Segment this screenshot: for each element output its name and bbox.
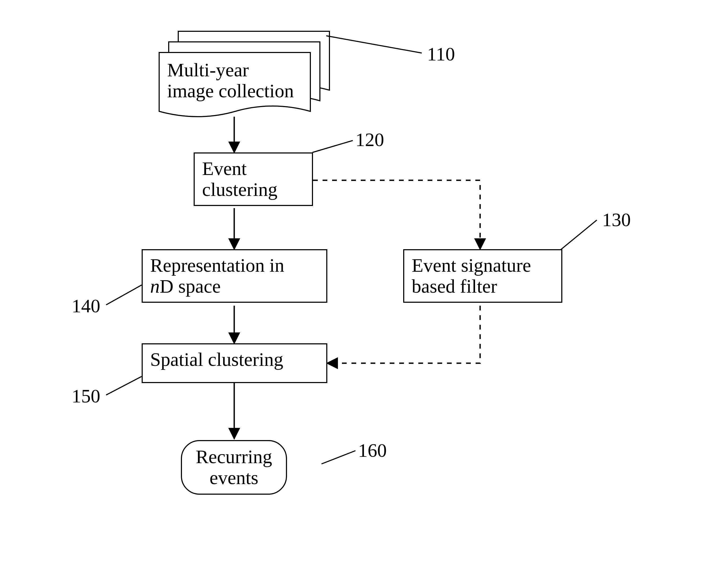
representation-n-var: n	[150, 276, 160, 297]
event-clustering-text-line2: clustering	[202, 179, 305, 200]
svg-line-3	[106, 285, 142, 305]
recurring-events-node: Recurring events	[181, 440, 287, 495]
event-clustering-text-line1: Event	[202, 158, 305, 179]
svg-line-4	[106, 376, 142, 395]
signature-filter-node: Event signature based filter	[403, 249, 562, 303]
ref-160: 160	[358, 440, 387, 461]
svg-line-2	[560, 220, 597, 251]
representation-suffix: D space	[160, 276, 221, 297]
input-docs-text-line1: Multi-year	[167, 60, 315, 81]
signature-filter-text-line1: Event signature	[412, 255, 554, 276]
representation-text-line1: Representation in	[150, 255, 319, 276]
svg-line-0	[326, 36, 422, 53]
ref-120: 120	[355, 129, 384, 150]
ref-150: 150	[72, 386, 100, 407]
input-docs-text-line2: image collection	[167, 81, 315, 102]
signature-filter-text-line2: based filter	[412, 276, 554, 297]
ref-110: 110	[427, 44, 455, 65]
input-docs-node: Multi-year image collection	[159, 54, 324, 107]
ref-140: 140	[72, 296, 100, 317]
connectors-overlay	[0, 0, 713, 588]
recurring-events-text-line2: events	[192, 467, 275, 488]
event-clustering-node: Event clustering	[193, 152, 313, 206]
representation-text-line2: nD space	[150, 276, 319, 297]
spatial-clustering-text-line1: Spatial clustering	[150, 349, 319, 370]
spatial-clustering-node: Spatial clustering	[142, 343, 327, 383]
recurring-events-text-line1: Recurring	[192, 446, 275, 467]
svg-line-1	[312, 141, 353, 152]
ref-130: 130	[602, 209, 631, 230]
svg-line-5	[322, 451, 355, 464]
representation-node: Representation in nD space	[142, 249, 327, 303]
